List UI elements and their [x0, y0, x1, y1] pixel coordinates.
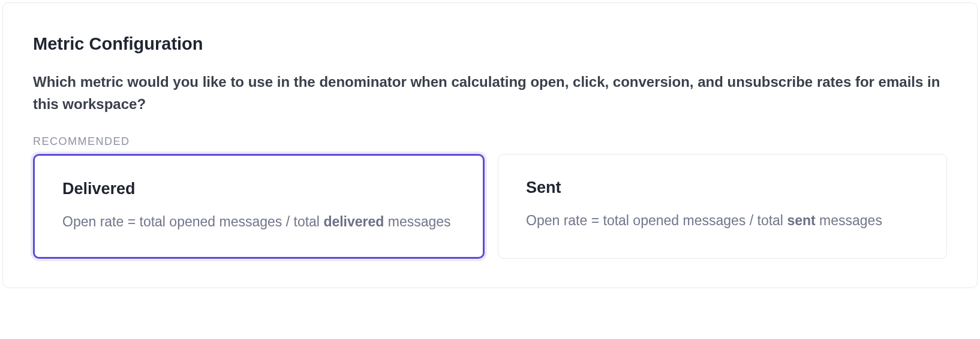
option-title: Delivered: [62, 180, 455, 198]
option-description: Open rate = total opened messages / tota…: [62, 211, 455, 233]
option-desc-bold: delivered: [323, 214, 384, 229]
option-title: Sent: [526, 178, 919, 197]
metric-configuration-panel: Metric Configuration Which metric would …: [2, 2, 978, 288]
panel-title: Metric Configuration: [33, 34, 947, 54]
option-desc-prefix: Open rate = total opened messages / tota…: [62, 214, 323, 229]
option-card-delivered[interactable]: Delivered Open rate = total opened messa…: [33, 154, 485, 259]
panel-question: Which metric would you like to use in th…: [33, 71, 947, 115]
recommended-label: RECOMMENDED: [33, 135, 947, 148]
option-card-sent[interactable]: Sent Open rate = total opened messages /…: [498, 154, 947, 259]
option-desc-suffix: messages: [816, 213, 882, 228]
option-desc-suffix: messages: [384, 214, 450, 229]
option-desc-bold: sent: [787, 213, 815, 228]
option-desc-prefix: Open rate = total opened messages / tota…: [526, 213, 787, 228]
option-description: Open rate = total opened messages / tota…: [526, 210, 919, 232]
options-row: Delivered Open rate = total opened messa…: [33, 154, 947, 259]
